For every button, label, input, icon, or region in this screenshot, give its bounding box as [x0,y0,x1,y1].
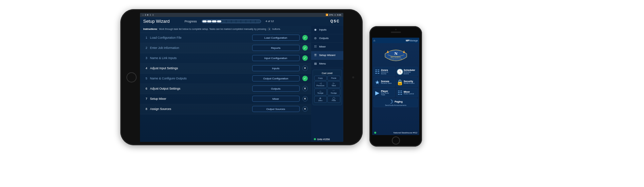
paste-button[interactable]: Paste [327,76,340,80]
wizard-panel: Instructions: Work through task list bel… [140,26,311,142]
ipad-home-button[interactable] [126,72,137,82]
phone-speaker [391,32,401,33]
task-row: 4 Adjust Input Settings Inputs ✕ [140,63,311,74]
player-icon: ▶ [375,91,379,95]
zero-icon: ⊘ [319,97,321,99]
load-configuration-button[interactable]: Load Configuration [252,35,300,41]
dl2-icon: ⇩ [152,14,154,16]
battery-percent: 37% [329,14,333,16]
wifi-icon: 📶 [326,14,328,16]
menu-icon: ▤ [314,62,317,66]
status-done-icon[interactable]: ✓ [302,55,308,61]
input-configuration-button[interactable]: Input Configuration [252,55,300,61]
progress-bar [202,20,261,23]
inputs-button[interactable]: Inputs [252,65,300,71]
chevron-right-icon: ▷ [333,82,335,85]
status-todo-icon[interactable]: ✕ [302,106,308,112]
progress-label: Progress [185,20,197,23]
task-name: Adjust Input Settings [150,67,249,70]
header: Setup Wizard Progress 4 of 12 QSC [140,17,343,26]
sidebar-item-label: Setup Wizard [319,54,336,57]
connection-label: Grillz #1558 [317,138,330,141]
status-done-icon[interactable]: ✓ [302,45,308,51]
venue-name-bottom: STEAKHOUSE [389,58,402,60]
clock: 8:35 [337,14,341,16]
ipad-device: ⋯ ℹ ⚙ ⇩ ⇩ 📶 37% ▭ 8:35 Setup Wizard Prog… [120,9,363,145]
task-name: Assign Sources [150,107,249,111]
sidebar-item-label: Inputs [319,28,327,31]
copy-button[interactable]: Copy [314,76,327,80]
status-todo-icon[interactable]: ✕ [302,96,308,101]
mixer-button[interactable]: Mixer [252,96,300,102]
tile-scenes[interactable]: ★ ScenesRecall & Save [374,77,395,87]
output-configuration-button[interactable]: Output Configuration [252,75,300,81]
nudge-down-button[interactable]: ﹀Nudge [327,89,340,95]
sidebar-item-outputs[interactable]: ◎ Outputs [311,34,343,43]
tile-player[interactable]: ▶ PlayerPlay Audio Track [374,88,395,97]
chevron-left-icon: ◁ [320,82,321,85]
security-icon: 🔒 [398,80,402,84]
tile-paging[interactable]: ☽Paging Send Audio Announcements [374,98,418,107]
fine-button[interactable]: ◯Fine [327,96,340,103]
phone-header: ⌂ MPManage [372,38,419,43]
sidebar-item-mixer[interactable]: ☷ Mixer [311,43,343,51]
mixer-icon: ☷ [314,45,317,49]
more-icon: ⋯ [142,14,144,16]
sidebar-item-menu[interactable]: ▤ Menu [311,60,343,68]
status-todo-icon[interactable]: ✕ [302,86,308,91]
instructions-text-pre: Work through task list below to complete… [159,28,266,30]
venue-logo: N NATIONAL STEAKHOUSE [372,43,419,67]
tile-scheduler[interactable]: 🕓 SchedulerSchedule Events [396,67,418,76]
svg-text:N: N [394,51,398,56]
ipad-camera [352,76,354,78]
task-row: 6 Adjust Output Settings Outputs ✕ [140,84,311,94]
app-title: MPManage [406,39,418,42]
phone-camera [395,29,397,30]
sidebar-item-inputs[interactable]: ◉ Inputs [311,26,343,34]
venue-name-top: NATIONAL [390,56,401,58]
cue-title: Cue Level [314,71,340,76]
mixer-icon: ☷ [398,91,402,95]
paging-icon: ☽ [389,100,393,104]
cue-panel: Cue Level Copy Paste ◁Previous ▷Next ︿Nu… [313,70,342,105]
output-sources-button[interactable]: Output Sources [252,106,300,112]
zero-button[interactable]: ⊘Zero [314,96,327,103]
task-row: 5 Name & Configure Outputs Output Config… [140,74,311,84]
previous-button[interactable]: ◁Previous [314,81,327,88]
sidebar-item-setup-wizard[interactable]: ☰ Setup Wizard [311,51,343,60]
tile-zones[interactable]: ☷ ZonesVolume & Source [374,67,395,76]
next-button[interactable]: ▷Next [327,81,340,88]
input-icon: ◉ [314,28,317,32]
page-title: Setup Wizard [143,19,170,24]
progress-text: 4 of 12 [266,20,274,23]
sidebar-item-label: Outputs [319,37,329,40]
task-name: Name & Configure Outputs [150,77,249,80]
output-icon: ◎ [314,37,317,40]
scheduler-icon: 🕓 [398,70,402,74]
status-done-icon[interactable]: ✓ [302,35,308,40]
status-todo-icon[interactable]: ✕ [302,66,308,71]
tablet-screen: ⋯ ℹ ⚙ ⇩ ⇩ 📶 37% ▭ 8:35 Setup Wizard Prog… [140,13,343,142]
instructions-label: Instructions: [143,28,158,30]
task-name: Adjust Output Settings [150,87,249,90]
instructions-text-post: buttons. [272,28,281,30]
connection-label: National Steakhouse #412 [394,132,417,134]
zones-icon: ☷ [375,70,379,74]
side-panel: ◉ Inputs ◎ Outputs ☷ Mixer ☰ Setup Wizar… [311,26,343,142]
task-name: Setup Mixer [150,97,249,100]
close-icon: ✕ [267,27,271,31]
tile-grid: ☷ ZonesVolume & Source 🕓 SchedulerSchedu… [372,67,419,107]
outputs-button[interactable]: Outputs [252,86,300,92]
tile-mixer[interactable]: ☷ MixerAudio Control [396,88,418,97]
nudge-up-button[interactable]: ︿Nudge [314,89,327,95]
tile-security[interactable]: 🔒 SecurityMobile Access [396,77,418,87]
task-row: 8 Assign Sources Output Sources ✕ [140,104,311,114]
brand-logo: QSC [330,19,340,23]
sidebar-item-label: Mixer [319,45,326,48]
gear-icon: ⚙ [147,14,148,16]
home-icon[interactable]: ⌂ [374,39,375,42]
status-done-icon[interactable]: ✓ [302,76,308,81]
phone-home-button[interactable] [392,136,400,145]
reports-button[interactable]: Reports [252,45,300,51]
scenes-icon: ★ [375,80,379,84]
